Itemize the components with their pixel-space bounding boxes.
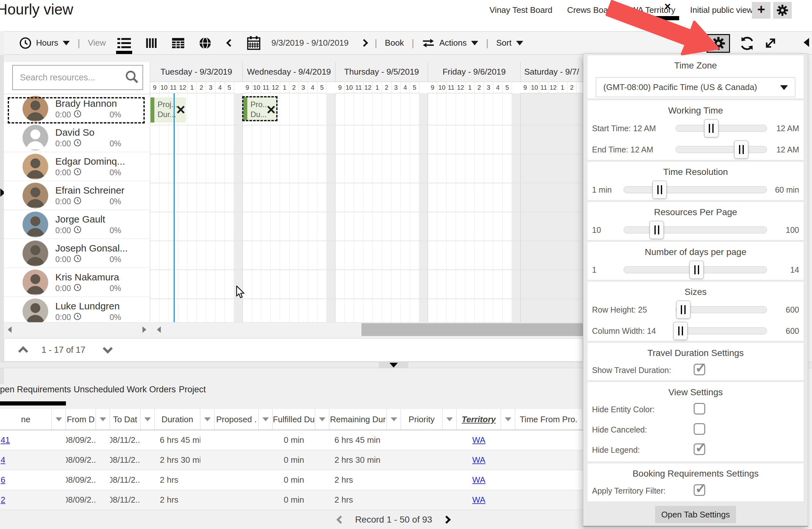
resource-row[interactable]: David So0:000%: [4, 123, 150, 152]
resource-row[interactable]: Joseph Gonsal...0:000%: [4, 239, 150, 268]
grid-view-button[interactable]: [172, 38, 184, 48]
page-up-icon[interactable]: [18, 346, 28, 356]
column-header-remaining-dur[interactable]: Remaining Dur: [329, 409, 387, 430]
day-column-wednesday-9-4-2019[interactable]: [243, 93, 335, 322]
add-tab-button[interactable]: +: [752, 2, 770, 19]
resources-per-page-slider[interactable]: [624, 226, 767, 234]
remove-booking-icon[interactable]: ×: [266, 102, 276, 117]
resource-row[interactable]: Luke Lundgren0:000%: [4, 297, 150, 322]
search-input[interactable]: [12, 65, 143, 90]
bottom-tab-pen-requirements[interactable]: pen Requirements: [0, 385, 71, 395]
column-header-territory[interactable]: Territory: [456, 409, 501, 430]
page-down-icon[interactable]: [103, 343, 113, 353]
timezone-select[interactable]: (GMT-08:00) Pacific Time (US & Canada): [596, 77, 795, 97]
column-filter-button[interactable]: [96, 409, 110, 430]
column-filter-button[interactable]: [315, 409, 329, 430]
previous-dates-button[interactable]: [227, 39, 234, 47]
column-header-priority[interactable]: Priority: [401, 409, 443, 430]
territory-link[interactable]: WA: [473, 475, 485, 485]
tab-settings-button[interactable]: [707, 34, 730, 53]
slider-handle[interactable]: [734, 141, 748, 159]
open-tab-settings-button[interactable]: Open Tab Settings: [655, 506, 736, 523]
scroll-left-icon[interactable]: [157, 326, 161, 333]
time-resolution-slider[interactable]: [624, 186, 767, 193]
map-view-button[interactable]: [199, 37, 211, 49]
work-order-link[interactable]: 41: [1, 435, 10, 445]
show-travel-duration-checkbox[interactable]: [694, 364, 705, 375]
collapse-panel-icon[interactable]: [803, 38, 809, 47]
board-tab-initial-public-view[interactable]: Initial public view: [690, 5, 753, 15]
fullscreen-button[interactable]: [764, 36, 778, 50]
day-column-tuesday-9-3-2019[interactable]: [150, 93, 243, 322]
remove-booking-icon[interactable]: ×: [176, 102, 185, 117]
slider-handle[interactable]: [676, 301, 691, 319]
sizes-slider[interactable]: [676, 306, 767, 313]
resource-row[interactable]: Efrain Schreiner0:000%: [4, 181, 150, 210]
bottom-tab-project[interactable]: Project: [179, 385, 206, 395]
column-header-ne[interactable]: ne: [0, 409, 52, 430]
territory-link[interactable]: WA: [473, 495, 485, 505]
number-of-days-per-page-slider[interactable]: [624, 266, 767, 273]
resource-row[interactable]: Kris Nakamura0:000%: [4, 268, 150, 297]
sort-menu[interactable]: Sort: [496, 38, 523, 48]
booking-chip[interactable]: Pro...Du...×: [242, 96, 277, 121]
working-time-slider[interactable]: [676, 125, 767, 132]
working-time-slider[interactable]: [676, 146, 767, 153]
grid-scrollbar[interactable]: [154, 322, 583, 336]
sizes-slider[interactable]: [676, 327, 767, 335]
column-header-time-from-pro[interactable]: Time From Pro.: [515, 409, 582, 430]
next-dates-button[interactable]: [361, 39, 368, 47]
resource-row[interactable]: Brady Hannon0:000%: [4, 94, 150, 123]
scroll-right-icon[interactable]: [143, 326, 146, 333]
resource-panel-scrollbar[interactable]: [4, 322, 150, 336]
column-header-from-d[interactable]: From D: [66, 409, 96, 430]
table-row[interactable]: 208/09/2...08/11/2...2 hrs0 min2 hrsWA: [0, 490, 583, 510]
booking-chip[interactable]: Proj...Dur...×: [150, 98, 186, 122]
column-header-to-dat[interactable]: To Dat: [110, 409, 141, 430]
board-tab-vinay-test-board[interactable]: Vinay Test Board: [490, 5, 552, 15]
list-view-button[interactable]: [117, 37, 131, 49]
column-filter-button[interactable]: [443, 409, 456, 430]
table-row[interactable]: 408/09/2...08/11/2...2 hrs 30 min0 min2 …: [0, 450, 583, 470]
table-row[interactable]: 4108/09/2...08/11/2...6 hrs 45 min0 min6…: [0, 430, 583, 450]
slider-handle[interactable]: [650, 221, 664, 239]
work-order-link[interactable]: 4: [1, 455, 5, 465]
scrollbar-thumb[interactable]: [361, 323, 583, 336]
table-row[interactable]: 608/09/2...08/11/2...2 hrs0 min2 hrsWA: [0, 470, 583, 490]
mode-selector[interactable]: Hours: [19, 37, 70, 49]
calendar-picker-button[interactable]: [247, 36, 260, 50]
column-filter-button[interactable]: [52, 409, 66, 430]
column-header-duration[interactable]: Duration: [155, 409, 200, 430]
resource-row[interactable]: Jorge Gault0:000%: [4, 210, 150, 239]
close-tab-icon[interactable]: ×: [664, 1, 671, 12]
splitter-handle[interactable]: [379, 362, 408, 368]
scroll-left-icon[interactable]: [8, 326, 12, 333]
hide-canceled-checkbox[interactable]: [694, 423, 705, 435]
column-filter-button[interactable]: [141, 409, 155, 430]
previous-page-icon[interactable]: [336, 515, 344, 524]
column-view-button[interactable]: [146, 37, 157, 49]
day-column-saturday-9-7[interactable]: [521, 93, 583, 322]
bottom-tab-unscheduled-work-orders[interactable]: Unscheduled Work Orders: [74, 385, 176, 395]
column-header-fulfilled-du[interactable]: Fulfilled Du: [273, 409, 315, 430]
slider-handle[interactable]: [690, 261, 704, 279]
territory-link[interactable]: WA: [473, 435, 485, 445]
actions-menu[interactable]: Actions: [422, 38, 478, 48]
column-filter-button[interactable]: [387, 409, 401, 430]
schedule-grid[interactable]: Tuesday - 9/3/2019910111212345Wednesday …: [150, 62, 583, 322]
board-tab-crews-board[interactable]: Crews Board: [567, 5, 615, 15]
work-order-link[interactable]: 2: [1, 495, 5, 505]
column-filter-button[interactable]: [200, 409, 215, 430]
day-column-friday-9-6-2019[interactable]: [428, 93, 521, 322]
column-filter-button[interactable]: [501, 409, 515, 430]
territory-link[interactable]: WA: [473, 455, 485, 465]
apply-territory-filter-checkbox[interactable]: [694, 484, 705, 496]
book-button[interactable]: Book: [385, 38, 404, 48]
day-column-thursday-9-5-2019[interactable]: [335, 93, 428, 322]
hide-entity-color-checkbox[interactable]: [694, 403, 705, 414]
board-settings-button[interactable]: [773, 2, 792, 19]
slider-handle[interactable]: [704, 119, 719, 137]
slider-handle[interactable]: [652, 181, 667, 199]
column-header-proposed[interactable]: Proposed .: [215, 409, 259, 430]
hide-legend-checkbox[interactable]: [694, 443, 705, 455]
